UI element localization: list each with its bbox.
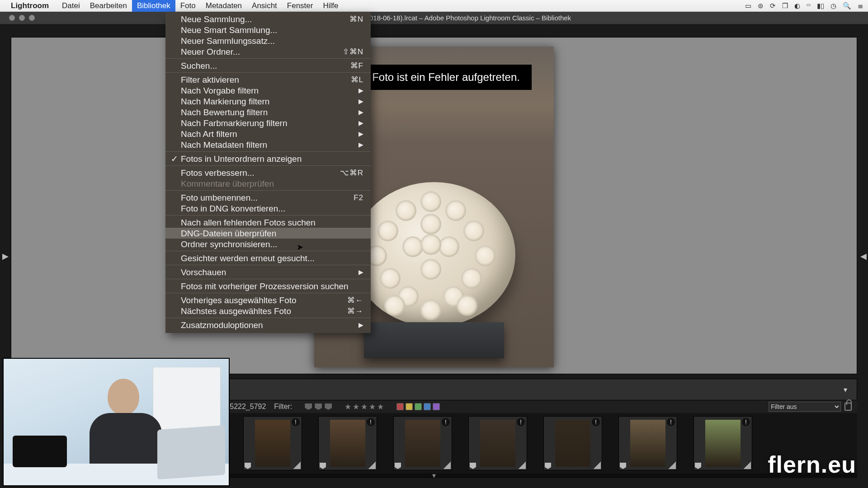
menu-fenster[interactable]: Fenster: [282, 0, 318, 12]
color-swatch[interactable]: [396, 403, 404, 410]
menu-item[interactable]: Nach Farbmarkierung filtern▶: [165, 117, 371, 128]
thumbnail-image: [405, 420, 440, 467]
thumbnail-warning-icon: !: [667, 418, 675, 426]
menu-bibliothek[interactable]: Bibliothek: [132, 0, 175, 12]
rose-decor: [420, 259, 441, 280]
filmstrip-thumbnail[interactable]: !: [318, 416, 377, 470]
rose-decor: [475, 245, 495, 266]
color-swatch[interactable]: [406, 403, 413, 410]
menu-item[interactable]: Nächstes ausgewähltes Foto⌘→: [165, 305, 371, 316]
app-name[interactable]: Lightroom: [11, 1, 49, 10]
menu-shortcut: ⌘←: [347, 296, 363, 304]
menu-item[interactable]: Neue Sammlung...⌘N: [165, 14, 371, 24]
spotlight-search-icon[interactable]: 🔍: [843, 2, 851, 10]
thumbnail-warning-icon: !: [742, 418, 750, 426]
webcam-laptop: [157, 425, 225, 479]
wifi-icon[interactable]: ⌔: [807, 2, 811, 9]
filter-label: Filter:: [274, 403, 292, 411]
star-icon[interactable]: ★: [377, 402, 384, 412]
filter-stars[interactable]: ★ ★ ★ ★ ★: [344, 402, 384, 412]
menu-item[interactable]: Nach allen fehlenden Fotos suchen: [165, 217, 371, 228]
star-icon[interactable]: ★: [344, 402, 351, 412]
menu-item[interactable]: Suchen...⌘F: [165, 60, 371, 71]
star-icon[interactable]: ★: [353, 402, 359, 412]
color-swatch[interactable]: [424, 403, 431, 410]
dropbox-icon[interactable]: ❒: [782, 2, 788, 10]
menu-item[interactable]: Nach Bewertung filtern▶: [165, 107, 371, 117]
menu-item-label: Foto in DNG konvertieren...: [181, 204, 285, 213]
filmstrip-thumbnail[interactable]: !: [393, 416, 452, 470]
menu-foto[interactable]: Foto: [175, 0, 201, 12]
filmstrip-thumbnail[interactable]: !: [693, 416, 752, 470]
moon-icon[interactable]: ◐: [794, 2, 800, 10]
menu-item[interactable]: Filter aktivieren⌘L: [165, 74, 371, 85]
rose-decor: [377, 221, 398, 241]
submenu-arrow-icon: ▶: [359, 87, 363, 94]
menu-item-label: Neue Smart Sammlung...: [181, 26, 277, 34]
airplay-icon[interactable]: ▭: [745, 2, 751, 10]
menu-item[interactable]: Fotos verbessern...⌥⌘R: [165, 167, 371, 178]
star-icon[interactable]: ★: [361, 402, 368, 412]
filter-preset-select[interactable]: Filter aus: [769, 402, 841, 412]
menu-ansicht[interactable]: Ansicht: [247, 0, 282, 12]
thumbnail-flag-icon: [470, 463, 476, 469]
menu-shortcut: ⌘→: [347, 307, 363, 315]
filter-flags[interactable]: [305, 404, 332, 410]
flag-pick-icon[interactable]: [305, 404, 312, 410]
filmstrip-thumbnail[interactable]: !: [243, 416, 302, 470]
filmstrip-thumbnail[interactable]: !: [618, 416, 677, 470]
clock-icon[interactable]: ◷: [830, 2, 836, 10]
control-center-icon[interactable]: ≣: [858, 2, 863, 10]
toolbar-expand-icon[interactable]: ▾: [840, 385, 850, 394]
menu-item[interactable]: Fotos mit vorheriger Prozessversion such…: [165, 281, 371, 291]
rose-decor: [463, 221, 484, 241]
menu-item-label: Fotos in Unterordnern anzeigen: [181, 155, 302, 163]
menu-item-label: Nach Art filtern: [181, 130, 237, 138]
filmstrip-thumbnail[interactable]: !: [543, 416, 602, 470]
menu-item[interactable]: Ordner synchronisieren...: [165, 239, 371, 249]
thumbnail-warning-icon: !: [442, 418, 450, 426]
webcam-camera: [13, 436, 67, 467]
menu-item-label: Zusatzmoduloptionen: [181, 321, 263, 329]
color-swatch[interactable]: [433, 403, 440, 410]
menu-item[interactable]: Vorschauen▶: [165, 267, 371, 277]
menu-item[interactable]: Nach Metadaten filtern▶: [165, 139, 371, 150]
menu-item-label: Vorheriges ausgewähltes Foto: [181, 296, 297, 305]
window-titlebar: onflikt stehende Kopie 2018-06-18).lrcat…: [0, 12, 868, 24]
menu-hilfe[interactable]: Hilfe: [318, 0, 343, 12]
menu-item[interactable]: Fotos in Unterordnern anzeigen: [165, 153, 371, 164]
filter-lock-icon[interactable]: [844, 403, 852, 411]
menu-item[interactable]: Zusatzmoduloptionen▶: [165, 319, 371, 330]
left-panel-toggle[interactable]: ▶: [2, 251, 8, 261]
menu-item[interactable]: Nach Art filtern▶: [165, 128, 371, 139]
window-traffic-lights[interactable]: [9, 15, 35, 21]
menu-item[interactable]: Vorheriges ausgewähltes Foto⌘←: [165, 295, 371, 305]
filmstrip-collapse-icon[interactable]: ▾: [432, 471, 436, 480]
color-swatch[interactable]: [415, 403, 422, 410]
menu-metadaten[interactable]: Metadaten: [201, 0, 247, 12]
menu-item[interactable]: Neuer Ordner...⇧⌘N: [165, 46, 371, 57]
cc-icon[interactable]: ⊚: [758, 2, 764, 10]
flag-unflagged-icon[interactable]: [315, 404, 322, 410]
battery-icon[interactable]: ▮▯: [817, 2, 824, 10]
menu-item-label: Gesichter werden erneut gesucht...: [181, 254, 315, 263]
menu-item[interactable]: Neuer Sammlungssatz...: [165, 35, 371, 46]
flag-reject-icon[interactable]: [325, 404, 332, 410]
menu-item[interactable]: Gesichter werden erneut gesucht...: [165, 253, 371, 263]
menu-item[interactable]: Foto umbenennen...F2: [165, 192, 371, 203]
menu-bearbeiten[interactable]: Bearbeiten: [85, 0, 132, 12]
filmstrip-thumbnail[interactable]: !: [468, 416, 527, 470]
menu-item[interactable]: Neue Smart Sammlung...: [165, 24, 371, 35]
filter-color-swatches[interactable]: [396, 403, 440, 410]
thumbnail-flag-icon: [695, 463, 701, 469]
rose-decor: [420, 191, 441, 212]
menu-item[interactable]: Nach Markierung filtern▶: [165, 96, 371, 107]
menu-item[interactable]: Foto in DNG konvertieren...: [165, 203, 371, 214]
right-panel-toggle[interactable]: ◀: [860, 251, 866, 261]
loupe-canvas[interactable]: n mit dem Foto ist ein Fehler aufgetrete…: [11, 37, 857, 374]
star-icon[interactable]: ★: [369, 402, 376, 412]
menu-datei[interactable]: Datei: [57, 0, 85, 12]
sync-icon[interactable]: ⟳: [770, 2, 776, 10]
menu-item[interactable]: Nach Vorgabe filtern▶: [165, 85, 371, 96]
menu-item[interactable]: DNG-Dateien überprüfen: [165, 228, 371, 239]
